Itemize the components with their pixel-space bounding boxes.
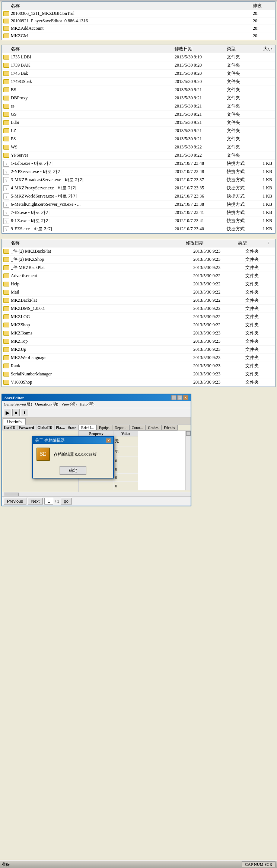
previous-button[interactable]: Previous — [4, 498, 26, 505]
file-row[interactable]: Advertisement2013/5/30 9:22文件夹 — [2, 272, 275, 280]
file-type: 文件夹 — [244, 256, 274, 263]
file-row[interactable]: MKZUp2013/5/30 9:23文件夹 — [2, 346, 275, 354]
main-content: UserID Password GlobalID Pla.... State — [2, 425, 191, 492]
file-modified: 20: — [251, 10, 274, 17]
file-row[interactable]: ⤵6-MetalKnightZeroServer_vc8.exe - ...20… — [2, 201, 275, 209]
right-tab-2[interactable]: Depot... — [112, 425, 129, 430]
file-row[interactable]: MKZWebLanguage2013/5/30 9:23文件夹 — [2, 354, 275, 362]
scrollbar-horizontal[interactable] — [2, 492, 191, 496]
file-row[interactable]: MKZBackPlat2013/5/30 9:22文件夹 — [2, 297, 275, 305]
file-type: 文件夹 — [225, 103, 255, 110]
file-row[interactable]: 20100306_1211_MKZDBIConTrol20: — [2, 10, 275, 17]
section1-file-list: 20100306_1211_MKZDBIConTrol20:20100921_P… — [2, 10, 275, 40]
file-row[interactable]: SerialNumberManager2013/5/30 9:23文件夹 — [2, 370, 275, 378]
dialog-ok-button[interactable]: 确定 — [60, 466, 86, 475]
menu-game-server[interactable]: Game Server(服) — [4, 401, 32, 407]
file-row[interactable]: MKZGM20: — [2, 32, 275, 40]
file-type: 文件夹 — [244, 379, 274, 386]
file-row[interactable]: MKZLOG2013/5/30 9:22文件夹 — [2, 313, 275, 321]
file-row[interactable]: ⤵8-LZ.exe - 바로 가기2012/10/7 23:41快捷方式1 KB — [2, 217, 275, 225]
file-modified: 2012/10/7 23:48 — [173, 160, 225, 167]
file-modified: 2012/10/7 23:41 — [173, 218, 225, 224]
right-tab-0[interactable]: Brief I... — [79, 425, 96, 430]
file-row[interactable]: ⤵5-MKZWorldServer.exe - 바로 가기2012/10/7 2… — [2, 192, 275, 201]
file-row[interactable]: MKZDMS_1.0.0.12013/5/30 9:22文件夹 — [2, 305, 275, 313]
file-modified: 2013/5/30 9:22 — [173, 152, 225, 158]
next-button[interactable]: Next — [28, 498, 43, 505]
section3-col-extra: : — [266, 240, 274, 247]
file-row[interactable]: ⤵2-YPServer.exe - 바로 가기2012/10/7 23:48快捷… — [2, 168, 275, 176]
menu-operation[interactable]: Operation(功) — [35, 401, 58, 407]
file-size — [255, 106, 274, 107]
file-row[interactable]: _件 (2) MKZShop2013/5/30 9:23文件夹 — [2, 256, 275, 264]
file-row[interactable]: MKZTeams2013/5/30 9:23文件夹 — [2, 329, 275, 337]
file-modified: 2013/5/30 9:22 — [192, 281, 244, 287]
file-row[interactable]: 20100921_PlayerSaveEditor_0.886.4.131620… — [2, 17, 275, 25]
page-input[interactable] — [44, 498, 53, 505]
file-row[interactable]: _件 (2) MKZBackPlat2013/5/30 9:23文件夹 — [2, 247, 275, 256]
file-row[interactable]: YPServer2013/5/30 9:22文件夹 — [2, 151, 275, 160]
file-row[interactable]: ⤵3-MKZBroadcastServer.exe - 바로 가기2012/10… — [2, 176, 275, 184]
close-button[interactable]: ✕ — [183, 395, 188, 400]
file-row[interactable]: ⤵9-EZS.exe - 바로 가기2012/10/7 23:40快捷方式1 K… — [2, 225, 275, 233]
file-row[interactable]: V1603Shop2013/5/30 9:23文件夹 — [2, 378, 275, 387]
file-row[interactable]: es2013/5/30 9:21文件夹 — [2, 102, 275, 110]
menu-help[interactable]: Help(帮) — [80, 401, 95, 407]
right-tab-5[interactable]: Friends — [161, 425, 178, 430]
file-row[interactable]: WS2013/5/30 9:22文件夹 — [2, 143, 275, 151]
file-size — [255, 122, 274, 123]
scroll-thumb[interactable] — [186, 431, 191, 436]
file-name: 5-MKZWorldServer.exe - 바로 가기 — [11, 193, 77, 199]
file-type: 文件夹 — [225, 78, 255, 85]
file-name: MKZAddAccount — [11, 26, 44, 31]
file-row[interactable]: MKZAddAccount20: — [2, 25, 275, 32]
taskbar: 准备 CAP NUM SCR — [0, 860, 277, 868]
file-modified: 2013/5/30 9:20 — [173, 79, 225, 85]
file-type: 快捷方式 — [225, 201, 255, 208]
dialog-close-button[interactable]: ✕ — [106, 438, 111, 443]
file-row[interactable]: GS2013/5/30 9:21文件夹 — [2, 110, 275, 119]
file-name: 6-MetalKnightZeroServer_vc8.exe - ... — [11, 202, 80, 207]
file-size — [255, 73, 274, 74]
file-row[interactable]: Ldbi2013/5/30 9:21文件夹 — [2, 119, 275, 127]
go-button[interactable]: go — [61, 498, 72, 505]
right-tab-3[interactable]: Contr... — [129, 425, 146, 430]
scrollbar-vertical[interactable] — [185, 431, 191, 490]
file-row[interactable]: 1735 LDBI2013/5/30 9:19文件夹 — [2, 53, 275, 61]
file-modified: 2013/5/30 9:21 — [173, 87, 225, 93]
file-name: V1603Shop — [11, 379, 32, 385]
right-tab-1[interactable]: Equips — [96, 425, 112, 430]
file-row[interactable]: ⤵4-MKZProxyServer.exe - 바로 가기2012/10/7 2… — [2, 184, 275, 192]
toolbar-btn-3[interactable]: ℹ — [21, 409, 28, 416]
file-name: 9-EZS.exe - 바로 가기 — [11, 226, 52, 232]
file-row[interactable]: MKZShop2013/5/30 9:22文件夹 — [2, 321, 275, 329]
file-row[interactable]: MKZTop2013/5/30 9:23文件夹 — [2, 337, 275, 346]
file-row[interactable]: PS2013/5/30 9:21文件夹 — [2, 135, 275, 143]
file-row[interactable]: 1739 BAK2013/5/30 9:20文件夹 — [2, 61, 275, 70]
file-row[interactable]: Help2013/5/30 9:22文件夹 — [2, 280, 275, 288]
file-row[interactable]: LZ2013/5/30 9:21文件夹 — [2, 127, 275, 135]
toolbar-btn-2[interactable]: ⏹ — [12, 409, 20, 416]
file-row[interactable]: Mail2013/5/30 9:22文件夹 — [2, 288, 275, 297]
file-size — [255, 81, 274, 82]
minimize-button[interactable]: _ — [171, 395, 176, 400]
menu-view[interactable]: View(视) — [61, 401, 77, 407]
file-row[interactable]: ⤵1-Ldbi.exe - 바로 가기2012/10/7 23:48快捷方式1 … — [2, 160, 275, 168]
tab-userinfo[interactable]: UserInfo — [3, 418, 26, 425]
toolbar-btn-1[interactable]: ▶ — [4, 409, 11, 416]
file-row[interactable]: DBProxy2013/5/30 9:21文件夹 — [2, 94, 275, 102]
h-scroll-thumb[interactable] — [4, 493, 19, 496]
file-type: 文件夹 — [244, 248, 274, 255]
maximize-button[interactable]: □ — [177, 395, 182, 400]
file-row[interactable]: Rank2013/5/30 9:23文件夹 — [2, 362, 275, 370]
file-modified: 2013/5/30 9:22 — [192, 289, 244, 295]
file-row[interactable]: BS2013/5/30 9:21文件夹 — [2, 86, 275, 94]
file-name: 1749GSbak — [11, 79, 32, 84]
right-tab-4[interactable]: Grades — [145, 425, 161, 430]
file-row[interactable]: 1749GSbak2013/5/30 9:20文件夹 — [2, 78, 275, 86]
file-row[interactable]: 1745 Bak2013/5/30 9:20文件夹 — [2, 70, 275, 78]
file-row[interactable]: _件 MKZBackPlat2013/5/30 9:23文件夹 — [2, 264, 275, 272]
file-row[interactable]: ⤵7-ES.exe - 바로 가기2012/10/7 23:41快捷方式1 KB — [2, 209, 275, 217]
section3-col-type: 类型 — [236, 240, 266, 247]
file-type: 文件夹 — [244, 321, 274, 329]
